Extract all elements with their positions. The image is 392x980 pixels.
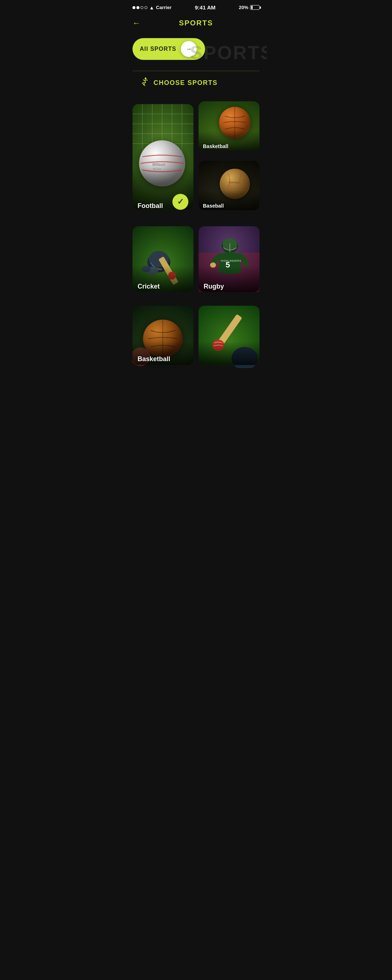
section-title: CHOOSE SPORTS — [153, 79, 218, 87]
rugby-card-content: 5 HIGHLANDERS Rugby — [199, 223, 260, 296]
toggle-section: All SPORTS → SPORTS — [125, 35, 267, 71]
football-check: ✓ — [172, 194, 188, 210]
basketball-name: Basketball — [203, 143, 228, 149]
svg-point-0 — [145, 78, 147, 80]
signal-dot-2 — [137, 6, 139, 9]
carrier-label: Carrier — [156, 5, 172, 10]
sport-card-basketball[interactable]: Basketball — [199, 99, 260, 153]
rugby-name: Rugby — [204, 283, 224, 290]
status-time: 9:41 AM — [195, 4, 215, 11]
signal-dot-1 — [132, 6, 135, 9]
sport-card-rugby[interactable]: 5 HIGHLANDERS Rugby — [199, 223, 260, 296]
baseball-card-content: Rawlings Baseball — [199, 158, 260, 213]
signal-dot-4 — [145, 6, 147, 9]
status-left: ▲ Carrier — [132, 5, 172, 11]
all-sports-toggle[interactable]: All SPORTS → — [132, 38, 205, 60]
battery-fill — [251, 6, 253, 9]
football-card-content: Wilson NCAA Football ✓ — [132, 99, 193, 215]
cricket2-card-content — [199, 303, 260, 368]
sports-grid-bottom-2: Basketball — [125, 303, 267, 375]
football-name: Football — [137, 202, 163, 210]
baseball-name: Baseball — [203, 203, 224, 209]
toggle-circle: → — [181, 41, 197, 57]
page-title: SPORTS — [179, 19, 213, 27]
svg-rect-14 — [132, 104, 193, 210]
basketball2-name: Basketball — [137, 355, 170, 363]
battery-icon — [250, 5, 260, 10]
section-header: CHOOSE SPORTS — [132, 71, 260, 91]
status-right: 20% — [239, 5, 260, 10]
sport-card-basketball2[interactable]: Basketball — [132, 303, 193, 368]
basketball-card-content: Basketball — [199, 99, 260, 153]
toggle-arrow: → — [185, 45, 192, 53]
wifi-icon: ▲ — [149, 5, 154, 11]
svg-rect-49 — [199, 305, 260, 365]
signal-dot-3 — [140, 6, 143, 9]
svg-rect-39 — [199, 226, 260, 292]
svg-rect-30 — [132, 226, 193, 292]
status-bar: ▲ Carrier 9:41 AM 20% — [125, 0, 267, 13]
sport-card-baseball[interactable]: Rawlings Baseball — [199, 158, 260, 213]
battery-percent: 20% — [239, 5, 248, 10]
back-button[interactable]: ← — [132, 19, 140, 28]
sports-icon — [140, 77, 149, 89]
sports-grid-bottom: Cricket — [125, 218, 267, 303]
sports-grid: Wilson NCAA Football ✓ — [125, 91, 267, 218]
basketball2-card-content: Basketball — [132, 303, 193, 368]
sport-card-cricket2[interactable] — [199, 303, 260, 368]
toggle-label: All SPORTS — [140, 46, 177, 52]
page-header: ← SPORTS — [125, 13, 267, 35]
right-column: Basketball — [199, 99, 260, 213]
cricket-card-content: Cricket — [132, 223, 193, 296]
sport-card-football[interactable]: Wilson NCAA Football ✓ — [132, 99, 193, 215]
signal-dots — [132, 6, 147, 9]
cricket-name: Cricket — [137, 283, 160, 290]
sport-card-cricket[interactable]: Cricket — [132, 223, 193, 296]
